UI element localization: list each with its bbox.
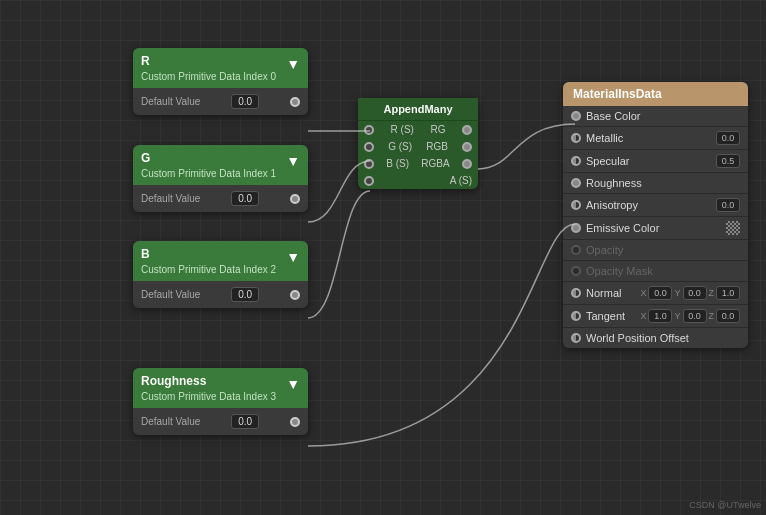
append-rs-label: R (S) [391, 124, 414, 135]
g-node-body: Default Value 0.0 [133, 185, 308, 212]
append-many-title: AppendMany [358, 98, 478, 121]
roughness-default-label: Default Value [141, 416, 200, 427]
r-output-connector [290, 97, 300, 107]
b-node: B Custom Primitive Data Index 2 ▼ Defaul… [133, 241, 308, 308]
mat-row-opacity: Opacity [563, 240, 748, 261]
mat-normal-y[interactable]: 0.0 [683, 286, 707, 300]
r-node-header: R Custom Primitive Data Index 0 ▼ [133, 48, 308, 88]
g-node-expand[interactable]: ▼ [286, 153, 300, 169]
mat-metallic-connector [571, 133, 581, 143]
r-node-sub: Custom Primitive Data Index 0 [141, 70, 282, 83]
mat-row-specular: Specular 0.5 [563, 150, 748, 173]
b-output-connector [290, 290, 300, 300]
mat-metallic-label: Metallic [586, 132, 711, 144]
b-node-label: B [141, 247, 282, 261]
append-gs-input [364, 142, 374, 152]
append-bs-input [364, 159, 374, 169]
mat-roughness-connector [571, 178, 581, 188]
mat-normal-x[interactable]: 0.0 [648, 286, 672, 300]
mat-emissive-label: Emissive Color [586, 222, 721, 234]
append-rg-label: RG [430, 124, 445, 135]
r-node-body: Default Value 0.0 [133, 88, 308, 115]
mat-row-world-pos: World Position Offset [563, 328, 748, 348]
mat-tangent-label: Tangent [586, 310, 635, 322]
roughness-node-body: Default Value 0.0 [133, 408, 308, 435]
append-rg-output [462, 125, 472, 135]
mat-world-pos-label: World Position Offset [586, 332, 740, 344]
b-node-header: B Custom Primitive Data Index 2 ▼ [133, 241, 308, 281]
append-gs-label: G (S) [388, 141, 412, 152]
r-default-label: Default Value [141, 96, 200, 107]
r-value-box[interactable]: 0.0 [231, 94, 259, 109]
append-row-rs: R (S) RG [358, 121, 478, 138]
mat-tangent-y[interactable]: 0.0 [683, 309, 707, 323]
mat-row-anisotropy: Anisotropy 0.0 [563, 194, 748, 217]
mat-row-tangent: Tangent X1.0 Y0.0 Z0.0 [563, 305, 748, 328]
material-node-title: MaterialInsData [563, 82, 748, 106]
mat-row-normal: Normal X0.0 Y0.0 Z1.0 [563, 282, 748, 305]
append-as-input [364, 176, 374, 186]
r-node-label: R [141, 54, 282, 68]
mat-row-metallic: Metallic 0.0 [563, 127, 748, 150]
b-value-box[interactable]: 0.0 [231, 287, 259, 302]
mat-tangent-x[interactable]: 1.0 [648, 309, 672, 323]
append-row-gs: G (S) RGB [358, 138, 478, 155]
mat-base-color-label: Base Color [586, 110, 740, 122]
roughness-node-expand[interactable]: ▼ [286, 376, 300, 392]
mat-anisotropy-value[interactable]: 0.0 [716, 198, 740, 212]
mat-specular-label: Specular [586, 155, 711, 167]
append-rgba-output [462, 159, 472, 169]
mat-opacity-label: Opacity [586, 244, 740, 256]
mat-opacity-mask-connector [571, 266, 581, 276]
roughness-node: Roughness Custom Primitive Data Index 3 … [133, 368, 308, 435]
g-node: G Custom Primitive Data Index 1 ▼ Defaul… [133, 145, 308, 212]
mat-normal-label: Normal [586, 287, 635, 299]
b-node-expand[interactable]: ▼ [286, 249, 300, 265]
roughness-value-box[interactable]: 0.0 [231, 414, 259, 429]
append-as-label: A (S) [450, 175, 472, 186]
append-row-as: A (S) [358, 172, 478, 189]
mat-tangent-xyz: X1.0 Y0.0 Z0.0 [640, 309, 740, 323]
mat-normal-z[interactable]: 1.0 [716, 286, 740, 300]
mat-roughness-label: Roughness [586, 177, 740, 189]
g-value-box[interactable]: 0.0 [231, 191, 259, 206]
append-row-bs: B (S) RGBA [358, 155, 478, 172]
append-rgb-label: RGB [426, 141, 448, 152]
roughness-node-label: Roughness [141, 374, 282, 388]
watermark: CSDN @UTwelve [689, 500, 761, 510]
mat-normal-xyz: X0.0 Y0.0 Z1.0 [640, 286, 740, 300]
g-default-label: Default Value [141, 193, 200, 204]
mat-base-color-connector [571, 111, 581, 121]
roughness-node-sub: Custom Primitive Data Index 3 [141, 390, 282, 403]
roughness-output-connector [290, 417, 300, 427]
roughness-node-header: Roughness Custom Primitive Data Index 3 … [133, 368, 308, 408]
b-node-sub: Custom Primitive Data Index 2 [141, 263, 282, 276]
append-bs-label: B (S) [386, 158, 409, 169]
b-node-body: Default Value 0.0 [133, 281, 308, 308]
mat-specular-connector [571, 156, 581, 166]
mat-row-roughness: Roughness [563, 173, 748, 194]
append-rgb-output [462, 142, 472, 152]
mat-row-emissive: Emissive Color [563, 217, 748, 240]
append-many-node: AppendMany R (S) RG G (S) RGB B (S) RGBA… [358, 98, 478, 189]
mat-anisotropy-connector [571, 200, 581, 210]
append-rgba-label: RGBA [421, 158, 449, 169]
mat-normal-connector [571, 288, 581, 298]
mat-opacity-connector [571, 245, 581, 255]
material-ins-data-node: MaterialInsData Base Color Metallic 0.0 … [563, 82, 748, 348]
g-node-sub: Custom Primitive Data Index 1 [141, 167, 282, 180]
append-rs-input [364, 125, 374, 135]
g-node-label: G [141, 151, 282, 165]
mat-anisotropy-label: Anisotropy [586, 199, 711, 211]
mat-tangent-connector [571, 311, 581, 321]
r-node-expand[interactable]: ▼ [286, 56, 300, 72]
b-default-label: Default Value [141, 289, 200, 300]
mat-opacity-mask-label: Opacity Mask [586, 265, 740, 277]
mat-world-pos-connector [571, 333, 581, 343]
g-node-header: G Custom Primitive Data Index 1 ▼ [133, 145, 308, 185]
mat-metallic-value[interactable]: 0.0 [716, 131, 740, 145]
g-output-connector [290, 194, 300, 204]
r-node: R Custom Primitive Data Index 0 ▼ Defaul… [133, 48, 308, 115]
mat-specular-value[interactable]: 0.5 [716, 154, 740, 168]
mat-tangent-z[interactable]: 0.0 [716, 309, 740, 323]
